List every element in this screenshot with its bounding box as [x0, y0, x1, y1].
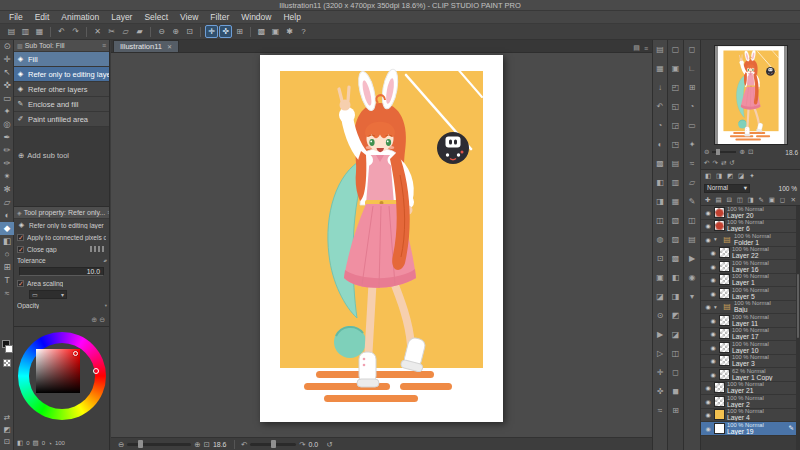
close-gap-level-widget[interactable]	[90, 246, 106, 252]
zoom-in-icon[interactable]: ⊕	[169, 25, 182, 38]
brush-tool[interactable]: ✑	[0, 157, 14, 170]
auto-select-tool[interactable]: ✦	[0, 105, 14, 118]
checkbox-checked-icon[interactable]: ✓	[17, 280, 24, 287]
visibility-eye-icon[interactable]: ◉	[709, 276, 717, 283]
tone-effect-icon[interactable]: ◨	[715, 172, 723, 180]
palette-menu-icon[interactable]: ≡	[107, 207, 109, 219]
extract-line-icon[interactable]: ◩	[726, 172, 734, 180]
tolerance-value-slider[interactable]: 10.0	[19, 267, 104, 276]
brush-shape-icon[interactable]: ◧	[668, 268, 683, 287]
fit-to-screen-icon[interactable]: ⊡	[183, 25, 196, 38]
visibility-eye-icon[interactable]: ◉	[704, 398, 712, 405]
material-image-icon[interactable]: ▦	[668, 192, 683, 211]
expression-color-icon[interactable]: ◪	[737, 172, 745, 180]
layer-opacity-value[interactable]: 100 %	[779, 185, 797, 192]
navigator-preview[interactable]	[714, 45, 788, 145]
layer-row[interactable]: ◉100 % NormalLayer 20	[701, 206, 796, 220]
material-color-icon[interactable]: ◳	[668, 135, 683, 154]
spinner-arrows-icon[interactable]: ▴▾	[103, 258, 106, 263]
selection-set-icon[interactable]: ▱	[684, 173, 700, 192]
apply-to-connected-pixels-row[interactable]: ✓ Apply to connected pixels only	[14, 231, 109, 243]
blend-mode-dropdown[interactable]: Normal ▾	[704, 184, 750, 193]
zoom-out-icon[interactable]: ⊖	[704, 148, 709, 156]
show-grid-icon[interactable]: ▩	[255, 25, 268, 38]
redo-icon[interactable]: ↷	[69, 25, 82, 38]
layer-icon[interactable]: ▣	[653, 268, 667, 287]
canvas-menu-icon[interactable]: ≡	[644, 45, 648, 52]
fill-tool[interactable]: ◆	[0, 222, 14, 235]
new-file-icon[interactable]: ▤	[5, 25, 18, 38]
grid-icon[interactable]: ⊞	[684, 78, 700, 97]
visibility-eye-icon[interactable]: ◉	[704, 425, 712, 432]
cut-icon[interactable]: ✂	[105, 25, 118, 38]
rotate-right-icon[interactable]: ↷	[712, 159, 717, 167]
layer-row[interactable]: ◉100 % NormalLayer 11	[701, 314, 796, 328]
tab-list-icon[interactable]: ▤	[633, 44, 640, 52]
close-gap-row[interactable]: ✓ Close gap	[14, 243, 109, 255]
shadow-assist-icon[interactable]: ◲	[668, 116, 683, 135]
layer-row[interactable]: ◉100 % NormalLayer 22	[701, 247, 796, 261]
material-icon[interactable]: ▣	[269, 25, 282, 38]
add-setting-icon[interactable]: ⊕	[91, 316, 97, 324]
menu-window[interactable]: Window	[235, 11, 277, 24]
zoom-in-icon[interactable]: ⊕	[739, 148, 744, 156]
zoom-slider-thumb[interactable]	[138, 440, 143, 448]
visibility-eye-icon[interactable]: ◉	[709, 263, 717, 270]
sv-marker[interactable]	[73, 351, 78, 356]
menu-edit[interactable]: Edit	[29, 11, 56, 24]
layer-row[interactable]: ◉100 % NormalLayer 6	[701, 220, 796, 234]
fit-icon[interactable]: ⊡	[748, 148, 753, 156]
subtool-item-paint-unfilled-area[interactable]: ✐ Paint unfilled area	[14, 112, 109, 127]
decoration-set-icon[interactable]: ◪	[668, 325, 683, 344]
intermediate-color-icon[interactable]: ◰	[668, 78, 683, 97]
tool-property-icon[interactable]: ≈	[653, 401, 667, 420]
layer-row[interactable]: ◉100 % NormalLayer 17	[701, 328, 796, 342]
default-colors-icon[interactable]: ◩	[0, 424, 14, 436]
quick-access-icon[interactable]: ▤	[653, 40, 667, 59]
menu-layer[interactable]: Layer	[105, 11, 138, 24]
close-icon[interactable]: ✕	[167, 43, 172, 50]
chevron-down-icon[interactable]: ▾	[105, 303, 106, 308]
checkbox-checked-icon[interactable]: ✓	[17, 234, 24, 241]
delete-layer-icon[interactable]: ✕	[789, 196, 797, 204]
reset-icon[interactable]: ↺	[729, 159, 734, 167]
folder-expand-caret-icon[interactable]: ▾	[714, 304, 720, 310]
approximate-color-icon[interactable]: ▣	[668, 59, 683, 78]
ruler-icon[interactable]: ∟	[684, 59, 700, 78]
area-scaling-row[interactable]: ✓ Area scaling	[14, 277, 109, 289]
visibility-eye-icon[interactable]: ◉	[704, 303, 712, 310]
visibility-eye-icon[interactable]: ◉	[709, 357, 717, 364]
save-icon[interactable]: ▦	[33, 25, 46, 38]
layer-row[interactable]: ◉100 % NormalLayer 2	[701, 395, 796, 409]
camera-icon[interactable]: ▭	[684, 116, 700, 135]
sub-tool-icon[interactable]: ✜	[653, 382, 667, 401]
settings-icon[interactable]: ✱	[283, 25, 296, 38]
layer-move-tool[interactable]: ✜	[0, 79, 14, 92]
subtool-item-fill-group[interactable]: ◈ Fill	[14, 52, 109, 67]
visibility-eye-icon[interactable]: ◉	[704, 411, 712, 418]
lock-layer-icon[interactable]: ▣	[768, 196, 776, 204]
undo-icon[interactable]: ↶	[55, 25, 68, 38]
new-layer-folder-icon[interactable]: ▤	[715, 196, 723, 204]
switch-main-sub-color-icon[interactable]: ⇄	[0, 412, 14, 424]
screentone-icon[interactable]: ▨	[668, 230, 683, 249]
layer-row[interactable]: ◉100 % NormalLayer 16	[701, 260, 796, 274]
material-manga-icon[interactable]: ▥	[668, 173, 683, 192]
auto-action-icon[interactable]: ▷	[653, 344, 667, 363]
decoration-tool[interactable]: ✻	[0, 183, 14, 196]
visibility-eye-icon[interactable]: ◉	[704, 209, 712, 216]
download-icon[interactable]: ↓	[653, 78, 667, 97]
text-style-icon[interactable]: ◫	[668, 344, 683, 363]
eyedropper-tool[interactable]: ◎	[0, 118, 14, 131]
vector-icon[interactable]: ✎	[684, 192, 700, 211]
blend-tool[interactable]: ◐	[0, 209, 14, 222]
rotate-right-icon[interactable]: ↷	[299, 440, 305, 449]
rotation-slider-thumb[interactable]	[271, 440, 276, 448]
gradient-tool[interactable]: ◧	[0, 235, 14, 248]
area-scaling-mode-dropdown[interactable]: ▭ ▾	[29, 290, 67, 299]
visibility-eye-icon[interactable]: ◉	[704, 222, 712, 229]
snap-to-ruler-icon[interactable]: ✛	[205, 25, 218, 38]
layer-row[interactable]: ◉100 % NormalLayer 21	[701, 382, 796, 396]
balloon-icon[interactable]: ◻	[668, 363, 683, 382]
oil-brush-icon[interactable]: ◨	[668, 287, 683, 306]
